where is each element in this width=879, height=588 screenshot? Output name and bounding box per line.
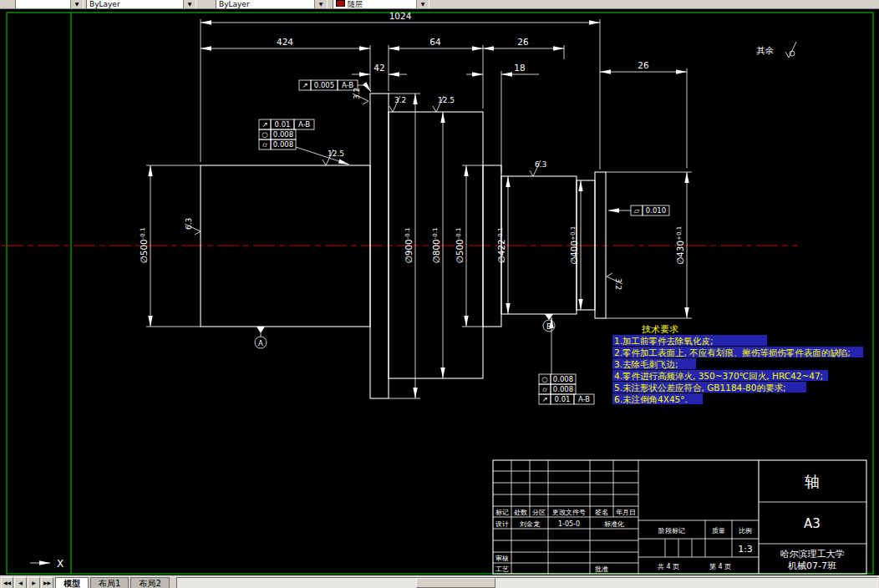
rev-header: 处数 bbox=[514, 509, 527, 516]
tech-req-item: 5.未注形状公差应符合, GB1184-80的要求; bbox=[614, 383, 785, 393]
linetype-combo[interactable]: ByLayer ▼ bbox=[86, 0, 196, 9]
linetype-combo-arrow-icon[interactable]: ▼ bbox=[183, 0, 196, 8]
svg-text:18: 18 bbox=[514, 63, 525, 73]
tab-layout2[interactable]: 布局2 bbox=[130, 577, 169, 588]
datum-b: B bbox=[543, 314, 555, 332]
class-name: 机械07-7班 bbox=[788, 560, 836, 571]
svg-text:3.2: 3.2 bbox=[353, 88, 361, 99]
svg-text:3.2: 3.2 bbox=[614, 278, 622, 290]
color-combo-value: 随层 bbox=[345, 0, 416, 8]
roughness-6-3-b: 6.3 bbox=[530, 160, 546, 176]
design-date: 1-05-0 bbox=[558, 520, 580, 528]
page-number: 第 4 页 bbox=[709, 563, 731, 570]
general-roughness-note: 其余 bbox=[756, 42, 796, 58]
tech-req-title: 技术要求 bbox=[642, 324, 678, 335]
dimension-42: 42 bbox=[352, 63, 407, 74]
svg-text:64: 64 bbox=[429, 37, 441, 47]
linetype-combo-value: ByLayer bbox=[87, 0, 183, 8]
roughness-6-3-a: 6.3 bbox=[185, 218, 201, 235]
stage-label: 阶段标记 bbox=[658, 527, 685, 535]
dimension-dia900: ∅900-0.1 bbox=[389, 94, 420, 398]
tab-nav-prev-icon[interactable]: ◀ bbox=[14, 577, 27, 588]
drawing-canvas[interactable]: 1024 424 64 26 42 18 26 ∅500-0.1 bbox=[0, 9, 879, 575]
layer-combo-arrow-icon[interactable]: ▼ bbox=[70, 0, 83, 8]
svg-text:⌭: ⌭ bbox=[542, 385, 548, 393]
pages-total: 共 4 页 bbox=[658, 563, 679, 570]
roughness-12-5-b: 12.5 bbox=[323, 150, 344, 165]
svg-text:26: 26 bbox=[517, 37, 529, 47]
svg-text:12.5: 12.5 bbox=[328, 150, 344, 158]
process-label: 工艺 bbox=[495, 565, 509, 573]
tech-req-item: 4.零件进行高频淬火, 350~370℃回火, HRC42~47; bbox=[614, 371, 823, 381]
svg-text:↗: ↗ bbox=[262, 120, 267, 129]
tab-model[interactable]: 模型 bbox=[55, 577, 89, 588]
approve-label: 批准 bbox=[595, 565, 608, 573]
dimension-dia422: ∅422-0.1 bbox=[496, 176, 508, 314]
ucs-icon: X bbox=[30, 558, 64, 570]
tech-req-item: 3.去除毛刺飞边; bbox=[614, 359, 678, 369]
rev-header: 年月日 bbox=[616, 509, 636, 516]
svg-text:∅430+0.1: ∅430+0.1 bbox=[675, 226, 685, 265]
svg-text:∅400+0.1: ∅400+0.1 bbox=[569, 226, 579, 265]
svg-text:6.3: 6.3 bbox=[535, 160, 546, 169]
rev-header: 分区 bbox=[532, 509, 546, 516]
svg-text:12.5: 12.5 bbox=[438, 96, 455, 104]
svg-text:0.010: 0.010 bbox=[646, 206, 666, 215]
lineweight-combo[interactable]: ByLayer ▼ bbox=[216, 0, 328, 9]
dimension-26a: 26 bbox=[483, 37, 564, 59]
properties-toolbar: ▼ ByLayer ▼ ByLayer ▼ 随层 ▼ bbox=[0, 0, 879, 9]
svg-text:○: ○ bbox=[541, 375, 547, 383]
rev-header: 签名 bbox=[595, 509, 608, 516]
datum-a: A bbox=[255, 327, 267, 348]
lineweight-combo-value: ByLayer bbox=[216, 0, 314, 8]
svg-text:0.005: 0.005 bbox=[314, 81, 334, 89]
school-name: 哈尔滨理工大学 bbox=[780, 549, 845, 560]
technical-requirements: 技术要求 1.加工前零件去除氧化皮; 2.零件加工表面上, 不应有划痕、擦伤等损… bbox=[612, 324, 863, 404]
designer-name: 刘金龙 bbox=[520, 520, 541, 528]
roughness-3-2-a: 3.2 bbox=[353, 88, 368, 104]
check-label: 审核 bbox=[495, 555, 509, 562]
cad-drawing: 1024 424 64 26 42 18 26 ∅500-0.1 bbox=[0, 9, 879, 575]
svg-text:0.008: 0.008 bbox=[553, 375, 573, 383]
svg-text:3.2: 3.2 bbox=[394, 96, 406, 104]
tech-req-item: 6.未注倒角4X45°. bbox=[614, 394, 688, 404]
title-block: 轴 A3 哈尔滨理工大学 机械07-7班 标记 处数 分区 更改文件号 签名 年… bbox=[493, 460, 866, 574]
svg-text:∅422-0.1: ∅422-0.1 bbox=[496, 228, 506, 264]
tab-nav-last-icon[interactable]: ▶▶ bbox=[41, 577, 53, 588]
layer-combo[interactable]: ▼ bbox=[15, 0, 84, 9]
horizontal-scrollbar[interactable] bbox=[176, 577, 878, 588]
scale-value: 1:3 bbox=[738, 544, 753, 555]
color-combo[interactable]: 随层 ▼ bbox=[333, 0, 429, 9]
svg-text:B: B bbox=[546, 322, 551, 331]
color-combo-arrow-icon[interactable]: ▼ bbox=[416, 0, 429, 8]
layout-tabbar: ◀◀ ◀ ▶ ▶▶ 模型 布局1 布局2 bbox=[0, 575, 879, 588]
svg-text:⌭: ⌭ bbox=[262, 140, 268, 149]
dimension-1024: 1024 bbox=[201, 11, 600, 170]
lineweight-combo-arrow-icon[interactable]: ▼ bbox=[314, 0, 327, 8]
svg-text:其余: 其余 bbox=[756, 45, 775, 55]
dimension-18: 18 bbox=[466, 63, 539, 173]
svg-text:∅500-0.1: ∅500-0.1 bbox=[455, 228, 465, 264]
dimension-26b: 26 bbox=[600, 60, 687, 168]
svg-text:A-B: A-B bbox=[578, 395, 590, 403]
svg-text:26: 26 bbox=[638, 60, 649, 70]
dimension-dia400: ∅400+0.1 bbox=[569, 180, 581, 310]
scale-label: 比例 bbox=[739, 527, 752, 535]
svg-text:○: ○ bbox=[262, 130, 267, 139]
svg-text:1024: 1024 bbox=[389, 11, 412, 21]
tech-req-item: 2.零件加工表面上, 不应有划痕、擦伤等损伤零件表面的缺陷; bbox=[614, 347, 851, 357]
tech-req-item: 1.加工前零件去除氧化皮; bbox=[614, 336, 714, 346]
sheet-size: A3 bbox=[804, 516, 821, 531]
svg-text:0.01: 0.01 bbox=[555, 395, 571, 403]
tab-nav-next-icon[interactable]: ▶ bbox=[28, 577, 40, 588]
roughness-3-2-c: 3.2 bbox=[607, 273, 622, 290]
weight-label: 质量 bbox=[712, 527, 725, 535]
svg-text:0.01: 0.01 bbox=[275, 120, 291, 129]
tab-layout1[interactable]: 布局1 bbox=[90, 577, 129, 588]
roughness-12-5-a: 12.5 bbox=[433, 96, 455, 112]
rev-header: 标记 bbox=[495, 509, 509, 516]
svg-text:A: A bbox=[258, 339, 263, 347]
tab-nav-first-icon[interactable]: ◀◀ bbox=[1, 577, 13, 588]
rev-header: 更改文件号 bbox=[552, 509, 586, 516]
horizontal-scrollbar-thumb[interactable] bbox=[416, 578, 495, 588]
